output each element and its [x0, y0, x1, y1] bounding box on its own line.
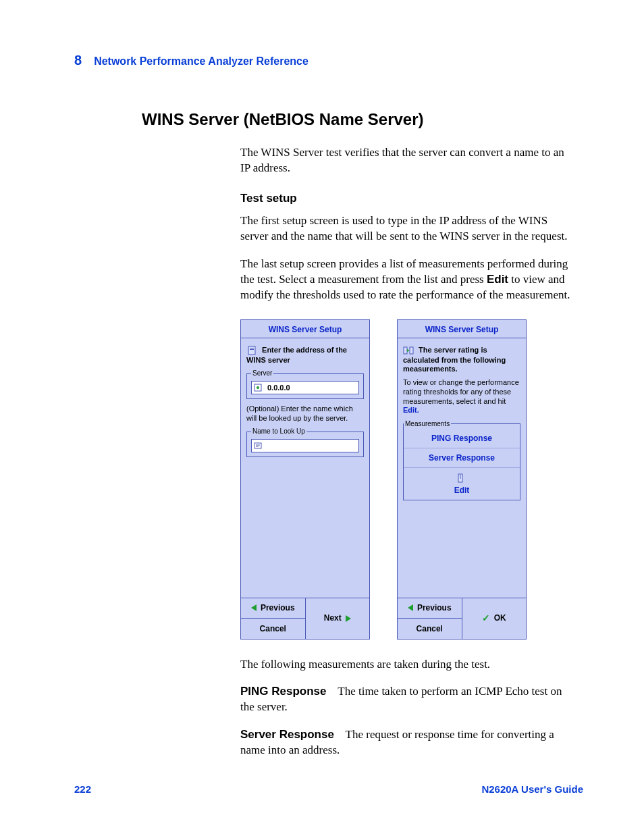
server-address-input[interactable]: 0.0.0.0 — [251, 381, 359, 394]
panel-1-title: WINS Server Setup — [241, 320, 369, 338]
host-icon — [254, 384, 262, 392]
cancel-button-2[interactable]: Cancel — [398, 618, 462, 639]
panel-2-instruction-1: The server rating is calculated from the… — [403, 345, 520, 375]
subhead-test-setup: Test setup — [240, 191, 576, 207]
server-address-value: 0.0.0.0 — [267, 383, 290, 393]
measurements-group: Measurements PING Response Server Respon… — [403, 419, 520, 500]
previous-button-2[interactable]: Previous — [398, 598, 462, 619]
def-term-1: PING Response — [240, 685, 327, 698]
name-lookup-legend: Name to Look Up — [251, 427, 306, 436]
panel-2-instruction-2: To view or change the performance rating… — [403, 378, 520, 415]
text-icon — [254, 442, 262, 450]
check-icon: ✓ — [482, 612, 490, 625]
wins-setup-panel-1: WINS Server Setup Enter the address of t… — [240, 319, 370, 640]
measurement-server-response[interactable]: Server Response — [404, 448, 520, 467]
name-lookup-group: Name to Look Up — [246, 427, 364, 457]
svg-rect-1 — [250, 348, 254, 348]
ok-button[interactable]: ✓ OK — [462, 598, 527, 639]
page-header: 8 Network Performance Analyzer Reference — [74, 53, 583, 68]
svg-rect-0 — [248, 346, 255, 355]
rating-icon — [403, 345, 414, 356]
measurement-ping-response[interactable]: PING Response — [404, 429, 520, 448]
guide-name: N2620A User's Guide — [481, 783, 583, 795]
chapter-title: Network Performance Analyzer Reference — [94, 55, 308, 68]
wins-setup-panel-2: WINS Server Setup The server rating is c… — [397, 319, 527, 640]
previous-button[interactable]: Previous — [241, 598, 305, 619]
after-figure-paragraph: The following measurements are taken dur… — [240, 657, 576, 673]
svg-rect-8 — [404, 347, 407, 354]
def-term-2: Server Response — [240, 728, 334, 741]
figure-row: WINS Server Setup Enter the address of t… — [240, 319, 576, 640]
page-number: 222 — [74, 783, 91, 795]
svg-rect-2 — [250, 349, 254, 350]
server-group: Server 0.0.0.0 — [246, 369, 364, 399]
panel-1-instruction-1: Enter the address of the WINS server — [246, 345, 364, 365]
panel-1-instruction-2: (Optional) Enter the name which will be … — [246, 405, 364, 423]
arrow-left-icon — [408, 604, 413, 611]
name-lookup-input[interactable] — [251, 439, 359, 452]
section-title: WINS Server (NetBIOS Name Server) — [142, 110, 583, 129]
edit-button[interactable]: Edit — [404, 467, 520, 500]
svg-rect-5 — [254, 443, 261, 448]
server-group-legend: Server — [251, 369, 273, 378]
next-button[interactable]: Next — [306, 598, 370, 639]
paragraph-2-bold: Edit — [487, 273, 508, 286]
edit-icon — [455, 473, 466, 484]
arrow-left-icon — [251, 604, 257, 611]
arrow-right-icon — [346, 615, 351, 622]
cancel-button[interactable]: Cancel — [241, 618, 305, 639]
intro-paragraph: The WINS Server test verifies that the s… — [240, 145, 576, 176]
definition-server-response: Server Response The request or response … — [240, 727, 576, 758]
measurements-legend: Measurements — [404, 419, 451, 429]
server-icon — [246, 345, 257, 356]
svg-rect-9 — [410, 347, 413, 354]
svg-point-4 — [257, 386, 259, 389]
paragraph-2: The last setup screen provides a list of… — [240, 257, 576, 303]
panel-2-title: WINS Server Setup — [398, 320, 526, 338]
page-footer: 222 N2620A User's Guide — [74, 783, 583, 795]
chapter-number: 8 — [74, 53, 82, 68]
paragraph-1: The first setup screen is used to type i… — [240, 213, 576, 244]
definition-ping-response: PING Response The time taken to perform … — [240, 684, 576, 715]
